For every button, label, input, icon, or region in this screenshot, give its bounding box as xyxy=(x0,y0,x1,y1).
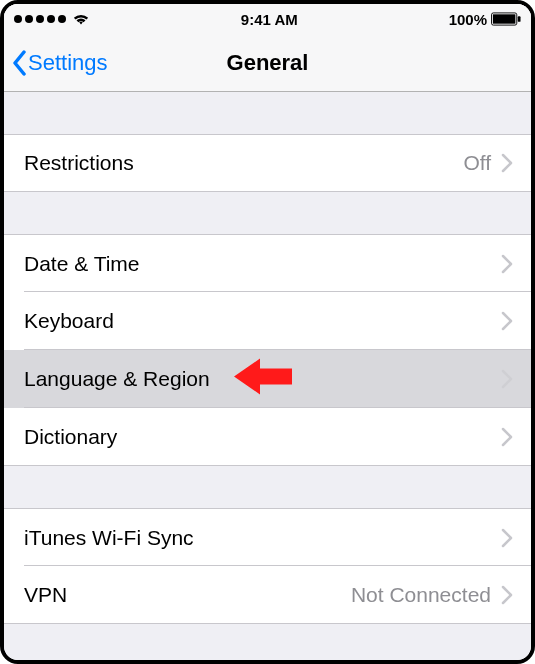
row-label: Dictionary xyxy=(24,425,501,449)
status-right: 100% xyxy=(449,11,521,28)
svg-rect-1 xyxy=(493,14,516,23)
svg-rect-2 xyxy=(518,16,521,22)
chevron-right-icon xyxy=(501,311,513,331)
chevron-right-icon xyxy=(501,153,513,173)
row-dictionary[interactable]: Dictionary xyxy=(4,408,531,466)
cellular-signal-icon xyxy=(14,15,66,23)
back-label: Settings xyxy=(28,50,108,76)
row-value: Off xyxy=(463,151,491,175)
section-gap xyxy=(4,192,531,234)
battery-percent: 100% xyxy=(449,11,487,28)
section-gap xyxy=(4,466,531,508)
battery-icon xyxy=(491,12,521,26)
row-restrictions[interactable]: Restrictions Off xyxy=(4,134,531,192)
row-label: Language & Region xyxy=(24,367,501,391)
row-label: iTunes Wi-Fi Sync xyxy=(24,526,501,550)
row-label: VPN xyxy=(24,583,351,607)
chevron-left-icon xyxy=(12,50,28,76)
chevron-right-icon xyxy=(501,254,513,274)
row-vpn[interactable]: VPN Not Connected xyxy=(4,566,531,624)
wifi-icon xyxy=(72,12,90,26)
status-bar: 9:41 AM 100% xyxy=(4,4,531,34)
settings-group-1: Restrictions Off xyxy=(4,134,531,192)
chevron-right-icon xyxy=(501,427,513,447)
nav-bar: Settings General xyxy=(4,34,531,92)
row-label: Date & Time xyxy=(24,252,501,276)
status-time: 9:41 AM xyxy=(241,11,298,28)
settings-group-3: iTunes Wi-Fi Sync VPN Not Connected xyxy=(4,508,531,624)
row-value: Not Connected xyxy=(351,583,491,607)
back-button[interactable]: Settings xyxy=(4,50,108,76)
status-left xyxy=(14,12,90,26)
row-language-region[interactable]: Language & Region xyxy=(4,350,531,408)
chevron-right-icon xyxy=(501,369,513,389)
row-label: Restrictions xyxy=(24,151,463,175)
row-keyboard[interactable]: Keyboard xyxy=(4,292,531,350)
chevron-right-icon xyxy=(501,528,513,548)
row-date-time[interactable]: Date & Time xyxy=(4,234,531,292)
row-label: Keyboard xyxy=(24,309,501,333)
settings-group-2: Date & Time Keyboard Language & Region xyxy=(4,234,531,466)
section-gap xyxy=(4,92,531,134)
chevron-right-icon xyxy=(501,585,513,605)
row-itunes-wifi-sync[interactable]: iTunes Wi-Fi Sync xyxy=(4,508,531,566)
